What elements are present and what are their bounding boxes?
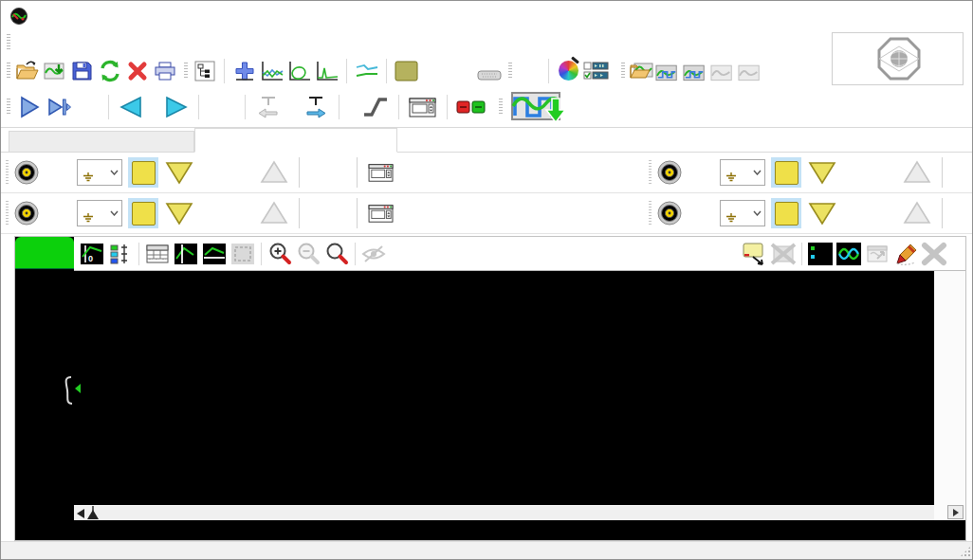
legend-button[interactable] (806, 241, 835, 267)
menu-help[interactable] (118, 39, 138, 46)
quick-setup-button[interactable] (505, 90, 576, 124)
remove-comment-button (769, 241, 798, 267)
delete-button[interactable] (123, 57, 151, 84)
open-instrument-button[interactable] (628, 57, 655, 84)
toolbar-grip[interactable] (508, 63, 512, 80)
vertical-cursor-button[interactable] (172, 241, 200, 267)
add-graph-button[interactable] (230, 57, 258, 84)
axis-zero-button[interactable]: 0 (78, 241, 106, 267)
menu-view[interactable] (55, 39, 76, 46)
trigger-level-bracket[interactable] (59, 375, 74, 406)
coupling-select[interactable] (720, 159, 765, 186)
toolbar-grip[interactable] (184, 63, 188, 80)
zoom-reset-button[interactable] (322, 241, 351, 267)
trigger-time-marker[interactable] (86, 506, 100, 520)
channel-settings-button[interactable] (367, 202, 395, 225)
object-tree-button[interactable] (191, 57, 218, 84)
x-axis[interactable] (15, 520, 965, 540)
xy-graph-button[interactable] (285, 57, 313, 84)
settings-window-icon (408, 95, 438, 119)
wave-colors-button[interactable] (835, 241, 863, 267)
range-down-button[interactable] (807, 160, 837, 185)
autorange-button[interactable] (128, 157, 158, 188)
line-graph-button[interactable] (353, 57, 380, 84)
range-down-button[interactable] (164, 160, 194, 185)
zoom-in-button[interactable] (266, 241, 294, 267)
i2c-button[interactable] (448, 57, 475, 84)
range-up-button (259, 160, 289, 185)
meter-button[interactable] (393, 57, 420, 84)
menu-tools[interactable] (97, 39, 118, 46)
toolbar-grip[interactable] (621, 63, 625, 80)
svg-text:0: 0 (88, 254, 93, 263)
trigger-settings-button[interactable] (405, 90, 441, 124)
range-down-button[interactable] (164, 201, 194, 226)
sum-button[interactable] (515, 57, 542, 84)
toolbar-grip[interactable] (499, 99, 503, 116)
horizontal-cursor-button[interactable] (200, 241, 229, 267)
scroll-right-button[interactable] (947, 505, 964, 519)
yt-graph-button[interactable] (258, 57, 285, 84)
coupling-select[interactable] (77, 200, 122, 226)
instrument-1-button[interactable] (655, 57, 683, 84)
range-down-button[interactable] (807, 201, 837, 226)
autosetup-button[interactable] (74, 90, 102, 124)
printer-icon (154, 61, 176, 81)
timebase-increase-button[interactable] (160, 90, 193, 124)
menu-grip[interactable] (7, 34, 10, 51)
toolbar-grip[interactable] (7, 63, 10, 80)
add-comment-button[interactable] (741, 241, 769, 267)
menu-file[interactable] (13, 39, 34, 46)
status-bar (1, 541, 973, 560)
close-button[interactable] (928, 1, 972, 30)
value-table-button[interactable] (143, 241, 172, 267)
minimize-button[interactable] (841, 1, 885, 30)
object-tree-icon (193, 60, 216, 82)
axis-zero-icon: 0 (81, 244, 103, 264)
toolbar-grip[interactable] (7, 99, 10, 116)
fft-graph-button[interactable] (313, 57, 340, 84)
autorange-button[interactable] (771, 157, 801, 188)
plot-area[interactable] (74, 271, 934, 505)
app-icon (10, 8, 28, 25)
scroll-left-icon[interactable] (76, 509, 85, 518)
io-settings-button[interactable] (582, 57, 610, 84)
colors-button[interactable] (555, 57, 582, 84)
can-button[interactable] (420, 57, 448, 84)
start-button[interactable] (13, 90, 44, 124)
pen-button[interactable] (891, 241, 920, 267)
oneshot-button[interactable] (44, 90, 74, 124)
coupling-select[interactable] (77, 159, 122, 186)
autosetup-a-icon (77, 95, 100, 119)
channel-toggle-button[interactable] (453, 90, 489, 124)
instrument-2-button[interactable] (683, 57, 710, 84)
autorange-button[interactable] (771, 198, 801, 228)
pre-samples-increase-button[interactable] (299, 90, 333, 124)
instrument-3-icon (710, 59, 738, 82)
import-graph-button[interactable] (41, 57, 68, 84)
resize-grip[interactable] (960, 546, 971, 557)
axis-channel-header[interactable] (15, 237, 74, 269)
autorange-button[interactable] (128, 198, 158, 228)
coupling-select[interactable] (720, 200, 765, 226)
channel-settings-button[interactable] (367, 161, 395, 184)
y-axis[interactable] (15, 237, 74, 520)
refresh-button[interactable] (96, 57, 123, 84)
open-button[interactable] (13, 57, 41, 84)
print-button[interactable] (151, 57, 178, 84)
menu-instruments[interactable] (34, 39, 55, 46)
tab-ch5-ch8[interactable] (194, 128, 397, 153)
save-button[interactable] (68, 57, 96, 84)
close-graph-button[interactable] (920, 241, 962, 267)
close-graph-icon (921, 242, 961, 266)
maximize-button[interactable] (885, 1, 928, 30)
chevron-down-icon (753, 210, 762, 216)
menu-quick-functions[interactable] (76, 39, 97, 46)
timebase-decrease-button[interactable] (115, 90, 147, 124)
time-scrollbar[interactable] (74, 505, 934, 520)
serial-button[interactable] (475, 57, 503, 84)
trigger-slope-button[interactable] (358, 90, 393, 124)
tab-ch1-ch4[interactable] (9, 131, 194, 152)
source-list-button[interactable] (106, 241, 135, 267)
channel-row-ch7 (644, 153, 973, 193)
